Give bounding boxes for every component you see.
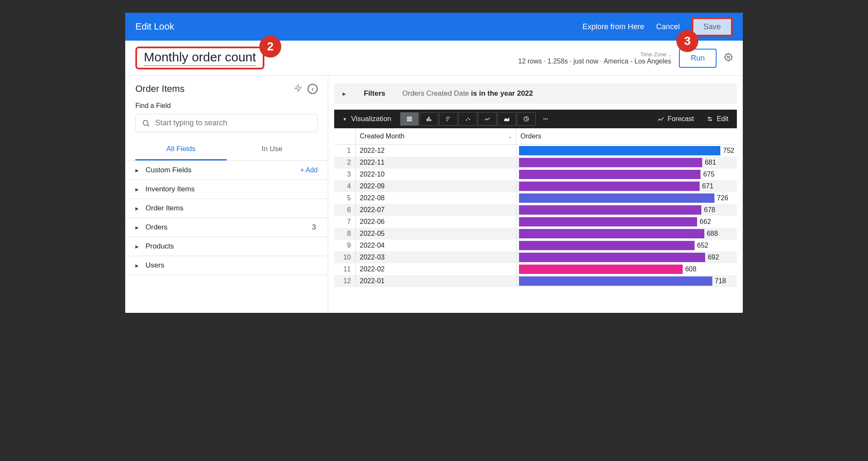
svg-rect-9 (430, 119, 431, 121)
timezone-dropdown[interactable]: Time Zone ⌄ (640, 51, 671, 58)
cell-orders: 752 (516, 145, 737, 157)
cell-month: 2022-07 (355, 204, 516, 216)
header-bar: Edit Look Explore from Here Cancel Save … (125, 13, 743, 41)
svg-point-22 (709, 117, 710, 119)
column-header-orders[interactable]: Orders (516, 128, 737, 145)
visualization-bar: ▼Visualization Forecast Edit (334, 110, 737, 128)
row-index: 2 (334, 157, 355, 168)
bar (519, 217, 698, 226)
cell-orders: 662 (516, 216, 737, 228)
bar (519, 182, 700, 191)
svg-point-15 (469, 119, 470, 120)
cell-month: 2022-03 (355, 251, 516, 263)
cell-orders: 692 (516, 251, 737, 263)
filters-section[interactable]: ▶ Filters Orders Created Date is in the … (334, 83, 737, 104)
search-box[interactable] (135, 114, 318, 132)
row-index: 6 (334, 204, 355, 216)
annotation-badge-2: 2 (259, 36, 281, 58)
tab-in-use[interactable]: In Use (227, 139, 318, 160)
row-index: 1 (334, 145, 355, 157)
svg-rect-6 (407, 120, 412, 121)
search-input[interactable] (155, 119, 311, 127)
cell-orders: 608 (516, 263, 737, 275)
bar-value: 688 (707, 230, 718, 237)
bar (519, 146, 721, 155)
viz-type-table-icon[interactable] (400, 112, 419, 126)
bar (519, 193, 714, 203)
filters-label: Filters (364, 89, 385, 98)
page-title: Edit Look (135, 21, 582, 32)
cell-orders: 726 (516, 192, 737, 204)
table-row: 52022-08726 (334, 192, 737, 204)
viz-type-scatter-icon[interactable] (459, 112, 477, 126)
cell-month: 2022-05 (355, 228, 516, 240)
gear-icon[interactable] (724, 53, 733, 63)
bar (519, 170, 701, 179)
bar-value: 662 (700, 218, 711, 226)
viz-type-column-icon[interactable] (420, 112, 438, 126)
viz-type-more[interactable] (536, 112, 555, 126)
visualization-toggle[interactable]: ▼Visualization (334, 115, 400, 123)
field-group[interactable]: ▶Inventory Items (125, 180, 328, 199)
bar (519, 253, 706, 262)
forecast-button[interactable]: Forecast (657, 115, 694, 123)
query-status-text: 12 rows · 1.258s · just now · America - … (518, 58, 671, 65)
explore-name: Order Items (135, 83, 289, 94)
table-row: 112022-02608 (334, 263, 737, 275)
row-index: 12 (334, 275, 355, 287)
svg-point-2 (143, 120, 148, 125)
field-group[interactable]: ▶Order Items (125, 199, 328, 218)
cell-month: 2022-02 (355, 263, 516, 275)
svg-rect-8 (429, 117, 430, 121)
bar (519, 229, 704, 238)
look-title-input[interactable]: Monthly order count (144, 50, 256, 64)
cancel-link[interactable]: Cancel (656, 22, 680, 31)
svg-point-17 (544, 119, 545, 120)
quick-start-icon[interactable] (294, 84, 302, 94)
title-row: Monthly order count 2 Time Zone ⌄ 12 row… (125, 41, 743, 76)
filter-summary: Orders Created Date is in the year 2022 (402, 89, 533, 98)
svg-point-13 (466, 119, 467, 121)
bar-value: 681 (705, 159, 716, 166)
cell-orders: 671 (516, 180, 737, 192)
save-button[interactable]: Save (692, 17, 733, 36)
cell-month: 2022-01 (355, 275, 516, 287)
viz-type-bar-h-icon[interactable] (439, 112, 458, 126)
cell-month: 2022-06 (355, 216, 516, 228)
bar (519, 276, 712, 286)
cell-month: 2022-04 (355, 240, 516, 251)
cell-orders: 652 (516, 240, 737, 251)
viz-type-pie-icon[interactable] (517, 112, 536, 126)
row-index: 5 (334, 192, 355, 204)
chevron-down-icon[interactable]: ⌄ (508, 134, 512, 139)
field-group[interactable]: ▶Products (125, 237, 328, 256)
table-row: 22022-11681 (334, 157, 737, 168)
svg-point-18 (545, 119, 547, 120)
table-row: 62022-07678 (334, 204, 737, 216)
collapse-sidebar-icon[interactable]: ‹ (308, 84, 318, 94)
column-header-month[interactable]: Created Month⌄ (355, 128, 516, 145)
app-window: Edit Look Explore from Here Cancel Save … (125, 13, 743, 313)
tab-all-fields[interactable]: All Fields (135, 139, 227, 160)
svg-line-3 (147, 124, 149, 126)
bar-value: 678 (704, 206, 715, 214)
viz-type-area-icon[interactable] (497, 112, 516, 126)
search-icon (142, 119, 150, 127)
field-picker-sidebar: Order Items ‹ Find a Field All Fields In… (125, 76, 328, 313)
explore-from-here-link[interactable]: Explore from Here (582, 22, 644, 31)
bar-value: 726 (717, 194, 728, 202)
field-group[interactable]: ▶Users (125, 256, 328, 275)
field-group-custom-fields[interactable]: ▶ Custom Fields + Add (125, 161, 328, 180)
bar-value: 752 (723, 147, 734, 155)
find-field-label: Find a Field (125, 99, 328, 112)
add-custom-field-button[interactable]: + Add (300, 166, 318, 174)
field-group[interactable]: ▶Orders3 (125, 218, 328, 237)
svg-point-19 (547, 119, 548, 120)
cell-month: 2022-09 (355, 180, 516, 192)
viz-type-line-icon[interactable] (478, 112, 497, 126)
table-row: 42022-09671 (334, 180, 737, 192)
cell-month: 2022-11 (355, 157, 516, 168)
table-row: 12022-12752 (334, 145, 737, 157)
svg-point-14 (467, 118, 469, 119)
edit-viz-button[interactable]: Edit (706, 115, 728, 123)
